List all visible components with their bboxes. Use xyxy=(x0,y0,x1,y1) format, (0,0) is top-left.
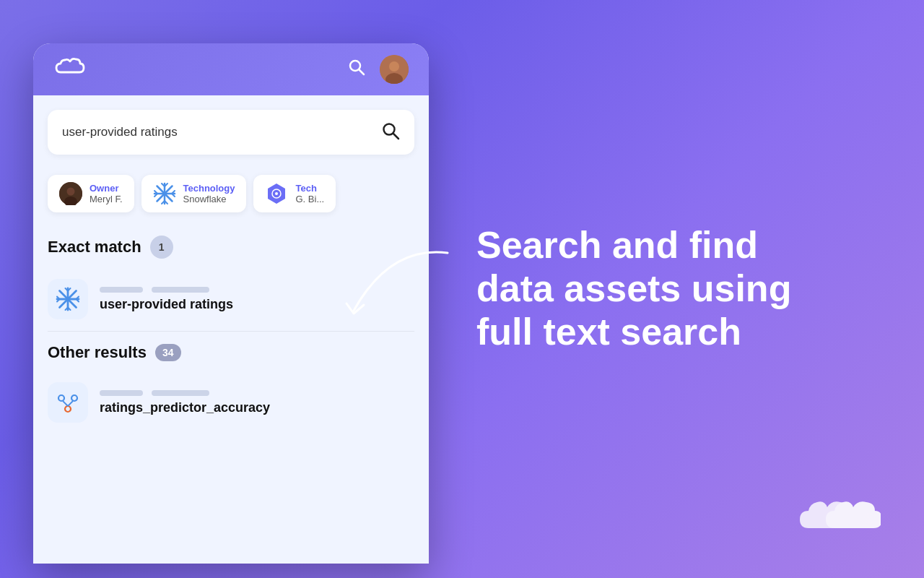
filter-chips: Owner Meryl F. xyxy=(33,166,429,224)
svg-line-1 xyxy=(359,70,365,75)
hex-chip-icon xyxy=(265,182,288,205)
exact-match-title: Exact match xyxy=(48,238,141,256)
other-meta-bar-2 xyxy=(152,390,209,396)
svg-line-41 xyxy=(68,401,73,406)
owner-avatar-icon xyxy=(59,182,82,205)
chip-tech2-label: Tech xyxy=(295,183,324,194)
svg-point-39 xyxy=(71,395,77,401)
svg-point-8 xyxy=(67,188,75,196)
chip-tech2[interactable]: Tech G. Bi... xyxy=(253,175,336,212)
nav-bar xyxy=(33,43,429,95)
chip-technology-label: Technology xyxy=(183,183,235,194)
right-panel: Search and find data assets using full t… xyxy=(462,181,924,397)
chip-technology-info: Technology Snowflake xyxy=(183,183,235,204)
nav-search-icon[interactable] xyxy=(348,59,365,80)
other-result-content-1: ratings_predictor_accuracy xyxy=(100,390,414,415)
other-result-item-1[interactable]: ratings_predictor_accuracy xyxy=(48,374,414,431)
exact-match-count: 1 xyxy=(150,236,173,259)
chip-tech2-value: G. Bi... xyxy=(295,194,324,204)
chip-owner-value: Meryl F. xyxy=(90,194,123,204)
other-result-meta-1 xyxy=(100,390,414,396)
exact-match-name: user-provided ratings xyxy=(100,297,233,311)
other-meta-bar-1 xyxy=(100,390,143,396)
svg-point-37 xyxy=(65,406,71,412)
user-avatar[interactable] xyxy=(380,55,409,84)
headline-line3: full text search xyxy=(476,311,881,354)
chip-tech2-info: Tech G. Bi... xyxy=(295,183,324,204)
meta-bar-1 xyxy=(100,287,143,293)
snowflake-chip-icon xyxy=(153,182,176,205)
nav-logo[interactable] xyxy=(53,56,88,83)
nav-right xyxy=(348,55,409,84)
headline-line1: Search and find xyxy=(476,224,881,267)
chip-owner[interactable]: Owner Meryl F. xyxy=(48,175,134,212)
svg-line-40 xyxy=(63,401,68,406)
other-results-header: Other results 34 xyxy=(48,343,414,362)
headline-line2: data assets using xyxy=(476,267,881,311)
meta-bar-2 xyxy=(152,287,209,293)
arrow-container xyxy=(332,238,462,342)
svg-point-3 xyxy=(389,61,399,72)
other-result-name-1: ratings_predictor_accuracy xyxy=(100,400,270,415)
chip-technology-value: Snowflake xyxy=(183,194,235,204)
search-submit-icon[interactable] xyxy=(381,121,400,143)
search-input-text: user-provided ratings xyxy=(62,125,178,139)
other-results-count: 34 xyxy=(155,344,181,361)
headline: Search and find data assets using full t… xyxy=(476,224,881,353)
chip-owner-info: Owner Meryl F. xyxy=(90,183,123,204)
svg-point-38 xyxy=(58,395,64,401)
svg-point-24 xyxy=(275,192,278,195)
chip-technology[interactable]: Technology Snowflake xyxy=(141,175,247,212)
other-results-title: Other results xyxy=(48,343,147,362)
bottom-logo xyxy=(794,488,881,549)
svg-line-6 xyxy=(393,134,399,139)
search-area: user-provided ratings xyxy=(33,95,429,166)
search-box[interactable]: user-provided ratings xyxy=(48,110,414,155)
chip-owner-label: Owner xyxy=(90,183,123,194)
other-result-icon-1 xyxy=(48,382,88,423)
exact-match-icon xyxy=(48,279,88,319)
